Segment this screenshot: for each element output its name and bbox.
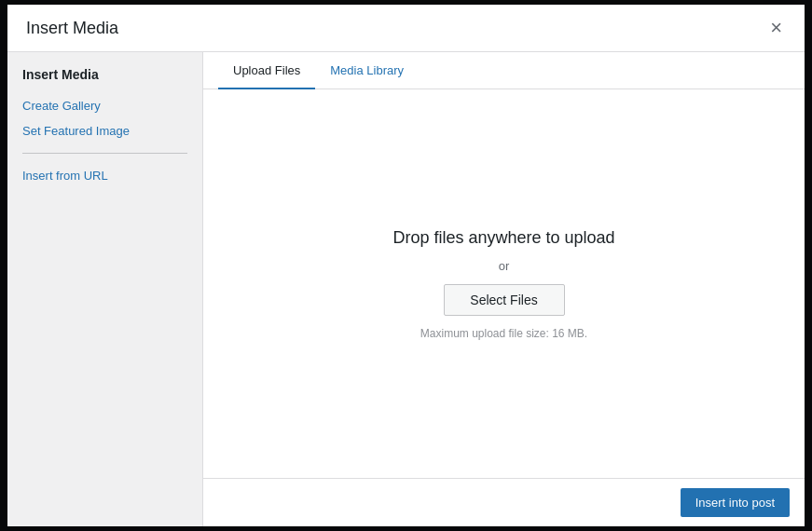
or-text: or (499, 259, 510, 273)
sidebar: Insert Media Create Gallery Set Featured… (7, 52, 203, 526)
upload-area: Drop files anywhere to upload or Select … (203, 89, 805, 478)
max-size-text: Maximum upload file size: 16 MB. (420, 327, 587, 340)
modal-header: Insert Media × (7, 5, 805, 52)
tab-upload-files[interactable]: Upload Files (218, 52, 315, 89)
modal-overlay: Insert Media × Insert Media Create Galle… (0, 0, 812, 531)
tab-media-library[interactable]: Media Library (315, 52, 419, 89)
drop-text: Drop files anywhere to upload (392, 228, 614, 248)
sidebar-item-set-featured-image[interactable]: Set Featured Image (7, 118, 202, 143)
sidebar-item-insert-from-url[interactable]: Insert from URL (7, 163, 202, 188)
sidebar-heading: Insert Media (7, 67, 202, 93)
select-files-button[interactable]: Select Files (444, 284, 565, 316)
close-button[interactable]: × (766, 18, 786, 38)
insert-into-post-button[interactable]: Insert into post (681, 488, 790, 517)
tabs-bar: Upload Files Media Library (203, 52, 805, 89)
sidebar-item-create-gallery[interactable]: Create Gallery (7, 93, 202, 118)
content-area: Upload Files Media Library Drop files an… (203, 52, 805, 526)
sidebar-divider (22, 153, 187, 154)
modal-title: Insert Media (26, 19, 118, 38)
modal-footer: Insert into post (203, 478, 805, 526)
insert-media-modal: Insert Media × Insert Media Create Galle… (7, 5, 805, 526)
modal-body: Insert Media Create Gallery Set Featured… (7, 52, 805, 526)
